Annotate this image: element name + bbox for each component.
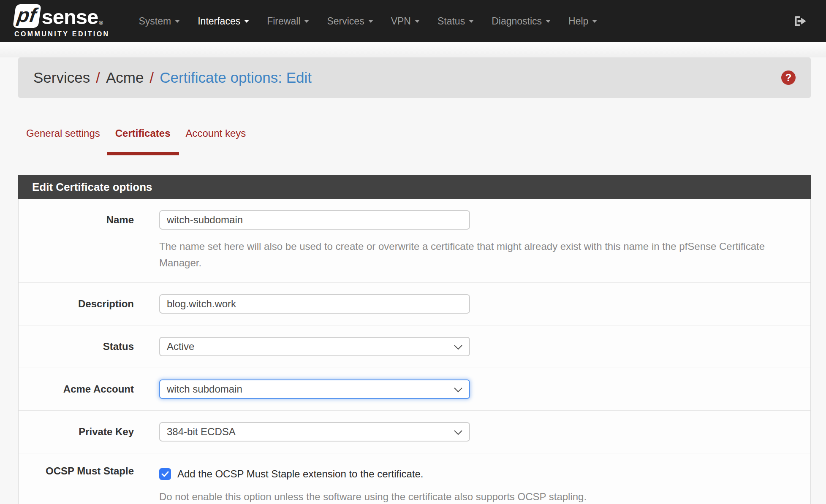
acme-account-row: Acme Account witch subdomain [19, 368, 810, 411]
breadcrumb: Services / Acme / Certificate options: E… [33, 69, 312, 86]
ocsp-checkbox-label[interactable]: Add the OCSP Must Staple extension to th… [177, 468, 424, 480]
nav-item-label: Interfaces [198, 16, 240, 27]
logout-icon[interactable] [793, 14, 808, 29]
name-input[interactable] [159, 210, 470, 230]
nav-item-label: Services [327, 16, 364, 27]
pf-logo-box: pf [13, 4, 41, 28]
acme-account-label: Acme Account [19, 379, 159, 399]
nav-item-status[interactable]: Status [429, 16, 483, 27]
breadcrumb-acme[interactable]: Acme [106, 69, 144, 86]
nav-item-label: Status [437, 16, 465, 27]
chevron-down-icon [454, 387, 462, 393]
tab-certificates[interactable]: Certificates [108, 127, 178, 149]
caret-down-icon [592, 20, 597, 23]
checkmark-icon [161, 471, 169, 477]
main-menu: SystemInterfacesFirewallServicesVPNStatu… [130, 16, 606, 27]
description-label: Description [19, 294, 159, 314]
pf-logo-text: pf [16, 4, 38, 26]
private-key-select[interactable]: 384-bit ECDSA [159, 422, 470, 442]
nav-item-label: System [139, 16, 171, 27]
status-selected-value: Active [167, 341, 194, 352]
top-navbar: pf sense ® COMMUNITY EDITION SystemInter… [0, 0, 826, 42]
nav-item-label: Diagnostics [492, 16, 542, 27]
caret-down-icon [368, 20, 373, 23]
chevron-down-icon [454, 430, 462, 435]
breadcrumb-separator: / [149, 69, 154, 86]
ocsp-must-staple-row: OCSP Must Staple Add the OCSP Must Stapl… [19, 453, 810, 504]
nav-item-label: Firewall [267, 16, 300, 27]
breadcrumb-services[interactable]: Services [33, 69, 90, 86]
name-help-text: The name set here will also be used to c… [159, 238, 780, 271]
nav-item-system[interactable]: System [130, 16, 189, 27]
pfsense-logo[interactable]: pf sense ® COMMUNITY EDITION [14, 4, 110, 38]
nav-item-firewall[interactable]: Firewall [258, 16, 318, 27]
ocsp-help-text: Do not enable this option unless the sof… [159, 488, 780, 504]
tab-bar: General settingsCertificatesAccount keys [26, 127, 253, 149]
page-help-icon[interactable]: ? [781, 70, 796, 85]
status-label: Status [19, 337, 159, 356]
nav-item-help[interactable]: Help [560, 16, 606, 27]
acme-account-selected-value: witch subdomain [167, 383, 242, 395]
status-select[interactable]: Active [159, 337, 470, 356]
acme-account-select[interactable]: witch subdomain [159, 379, 470, 399]
ocsp-label: OCSP Must Staple [19, 465, 159, 477]
name-row: Name The name set here will also be used… [19, 199, 810, 283]
ocsp-checkbox[interactable] [159, 468, 171, 480]
page-top-gradient [0, 42, 826, 57]
private-key-row: Private Key 384-bit ECDSA [19, 411, 810, 453]
name-label: Name [19, 210, 159, 230]
breadcrumb-current-page[interactable]: Certificate options: Edit [160, 69, 312, 86]
breadcrumb-bar: Services / Acme / Certificate options: E… [18, 57, 811, 98]
private-key-selected-value: 384-bit ECDSA [167, 426, 236, 438]
breadcrumb-separator: / [96, 69, 100, 86]
community-edition-label: COMMUNITY EDITION [14, 30, 110, 38]
caret-down-icon [415, 20, 420, 23]
tab-account-keys[interactable]: Account keys [178, 127, 254, 149]
nav-item-diagnostics[interactable]: Diagnostics [483, 16, 560, 27]
nav-item-label: VPN [391, 16, 411, 27]
caret-down-icon [244, 20, 249, 23]
sense-logo-text: sense [41, 6, 98, 28]
caret-down-icon [304, 20, 309, 23]
caret-down-icon [546, 20, 551, 23]
edit-certificate-panel: Edit Certificate options Name The name s… [18, 175, 811, 504]
nav-item-services[interactable]: Services [318, 16, 382, 27]
nav-item-vpn[interactable]: VPN [382, 16, 429, 27]
registered-mark: ® [99, 20, 103, 26]
description-row: Description [19, 283, 810, 325]
caret-down-icon [469, 20, 474, 23]
panel-title: Edit Certificate options [18, 175, 811, 199]
chevron-down-icon [454, 345, 462, 350]
nav-item-interfaces[interactable]: Interfaces [189, 16, 258, 27]
caret-down-icon [175, 20, 180, 23]
nav-item-label: Help [568, 16, 588, 27]
status-row: Status Active [19, 325, 810, 368]
private-key-label: Private Key [19, 422, 159, 442]
description-input[interactable] [159, 294, 470, 314]
tab-general-settings[interactable]: General settings [26, 127, 108, 149]
